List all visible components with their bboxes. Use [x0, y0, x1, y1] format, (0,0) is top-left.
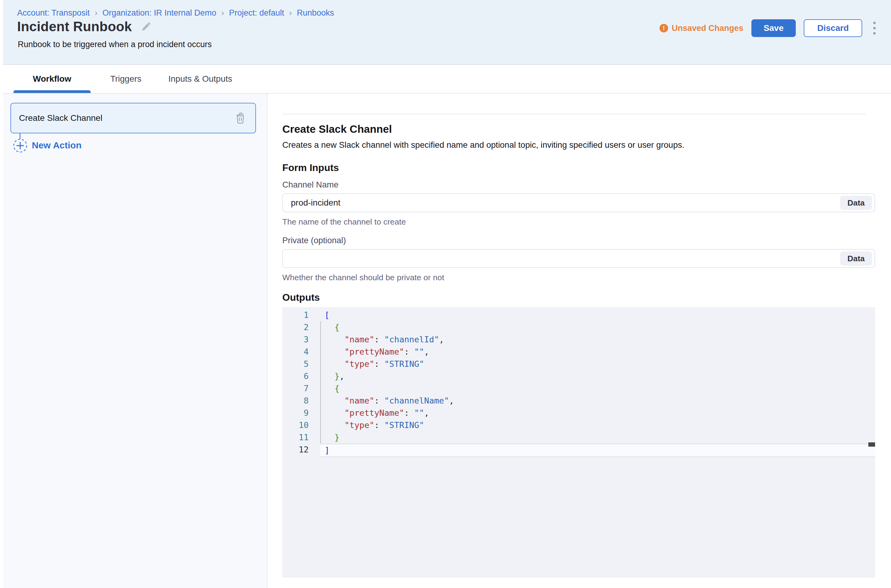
- action-description: Creates a new Slack channel with specifi…: [282, 140, 684, 150]
- workflow-panel: Create Slack Channel New Action: [0, 94, 268, 588]
- tab-inputs-outputs[interactable]: Inputs & Outputs: [164, 65, 237, 93]
- line-number: 8: [282, 394, 320, 407]
- private-data-button[interactable]: Data: [840, 252, 872, 266]
- tab-bar: Workflow Triggers Inputs & Outputs: [0, 65, 891, 94]
- line-number: 2: [282, 321, 320, 333]
- line-number: 6: [282, 370, 320, 382]
- line-number: 4: [282, 346, 320, 358]
- breadcrumb-separator: ›: [289, 8, 292, 18]
- private-label: Private (optional): [282, 236, 346, 245]
- code-line-content[interactable]: "prettyName": "",: [320, 407, 875, 419]
- private-input[interactable]: Data: [282, 249, 875, 268]
- line-number: 7: [282, 382, 320, 394]
- outputs-heading: Outputs: [282, 292, 320, 303]
- code-line[interactable]: 5 "type": "STRING": [282, 358, 875, 370]
- code-line[interactable]: 3 "name": "channelId",: [282, 333, 875, 346]
- code-line[interactable]: 1[: [282, 309, 875, 321]
- channel-name-input[interactable]: prod-incident Data: [282, 194, 875, 212]
- line-number: 10: [282, 419, 320, 431]
- code-line-content[interactable]: },: [320, 370, 875, 382]
- new-action-button[interactable]: New Action: [32, 140, 81, 150]
- action-card-label: Create Slack Channel: [19, 113, 102, 123]
- page-subtitle: Runbook to be triggered when a prod inci…: [18, 40, 212, 49]
- code-line-content[interactable]: "name": "channelName",: [320, 394, 875, 407]
- line-number: 11: [282, 431, 320, 444]
- warning-icon: !: [659, 24, 668, 32]
- breadcrumb: Account: Transposit › Organization: IR I…: [17, 8, 334, 18]
- line-number: 12: [282, 444, 320, 457]
- private-helper: Whether the channel should be private or…: [282, 273, 444, 282]
- page-title: Incident Runbook: [17, 19, 132, 34]
- edit-title-icon[interactable]: [140, 21, 152, 32]
- code-line-content[interactable]: "name": "channelId",: [320, 333, 875, 346]
- editor-scrollbar-thumb[interactable]: [868, 442, 875, 447]
- save-button[interactable]: Save: [751, 19, 796, 37]
- active-tab-underline: [14, 90, 90, 93]
- code-line[interactable]: 8 "name": "channelName",: [282, 394, 875, 407]
- unsaved-changes-label: Unsaved Changes: [672, 24, 744, 33]
- code-line-content[interactable]: {: [320, 382, 875, 394]
- action-detail-pane: Create Slack Channel Creates a new Slack…: [268, 94, 891, 588]
- breadcrumb-runbooks[interactable]: Runbooks: [297, 8, 334, 18]
- discard-button[interactable]: Discard: [804, 19, 862, 37]
- code-line[interactable]: 11 }: [282, 431, 875, 444]
- code-line-content[interactable]: {: [320, 321, 875, 333]
- code-line-content[interactable]: }: [320, 431, 875, 444]
- outputs-code-editor[interactable]: 1[2 {3 "name": "channelId",4 "prettyName…: [282, 307, 875, 578]
- section-divider: [282, 114, 865, 114]
- code-line[interactable]: 4 "prettyName": "",: [282, 346, 875, 358]
- code-line[interactable]: 12]: [282, 444, 875, 457]
- code-line-content[interactable]: "type": "STRING": [320, 419, 875, 431]
- action-title: Create Slack Channel: [282, 123, 392, 135]
- breadcrumb-organization[interactable]: Organization: IR Internal Demo: [102, 8, 216, 18]
- breadcrumb-account[interactable]: Account: Transposit: [17, 8, 90, 18]
- action-card-create-slack-channel[interactable]: Create Slack Channel: [11, 103, 256, 134]
- delete-action-button[interactable]: [233, 111, 247, 126]
- tab-triggers[interactable]: Triggers: [101, 65, 151, 93]
- line-number: 9: [282, 407, 320, 419]
- code-line[interactable]: 7 {: [282, 382, 875, 394]
- page-header: Account: Transposit › Organization: IR I…: [0, 0, 891, 65]
- form-inputs-heading: Form Inputs: [282, 162, 339, 174]
- breadcrumb-project[interactable]: Project: default: [229, 8, 284, 18]
- private-value: [291, 250, 769, 267]
- code-line-content[interactable]: "type": "STRING": [320, 358, 875, 370]
- more-options-icon[interactable]: [870, 20, 879, 36]
- line-number: 3: [282, 333, 320, 346]
- code-line-content[interactable]: [: [320, 309, 875, 321]
- workflow-connector-line: [20, 133, 21, 139]
- channel-name-label: Channel Name: [282, 180, 338, 190]
- breadcrumb-separator: ›: [95, 8, 97, 18]
- code-line-content[interactable]: "prettyName": "",: [320, 346, 875, 358]
- channel-name-value: prod-incident: [291, 194, 769, 212]
- app-root: Account: Transposit › Organization: IR I…: [0, 0, 891, 588]
- code-line[interactable]: 2 {: [282, 321, 875, 333]
- channel-name-data-button[interactable]: Data: [840, 196, 872, 210]
- line-number: 1: [282, 309, 320, 321]
- code-line[interactable]: 10 "type": "STRING": [282, 419, 875, 431]
- channel-name-helper: The name of the channel to create: [282, 217, 406, 227]
- line-number: 5: [282, 358, 320, 370]
- code-line-content[interactable]: ]: [320, 444, 875, 457]
- code-line[interactable]: 6 },: [282, 370, 875, 382]
- new-action-plus-icon[interactable]: [13, 138, 27, 153]
- left-edge-strip: [0, 0, 3, 588]
- breadcrumb-separator: ›: [221, 8, 224, 18]
- code-lines: 1[2 {3 "name": "channelId",4 "prettyName…: [282, 309, 875, 457]
- unsaved-changes-badge: ! Unsaved Changes: [659, 24, 744, 33]
- tab-workflow[interactable]: Workflow: [14, 65, 90, 93]
- code-line[interactable]: 9 "prettyName": "",: [282, 407, 875, 419]
